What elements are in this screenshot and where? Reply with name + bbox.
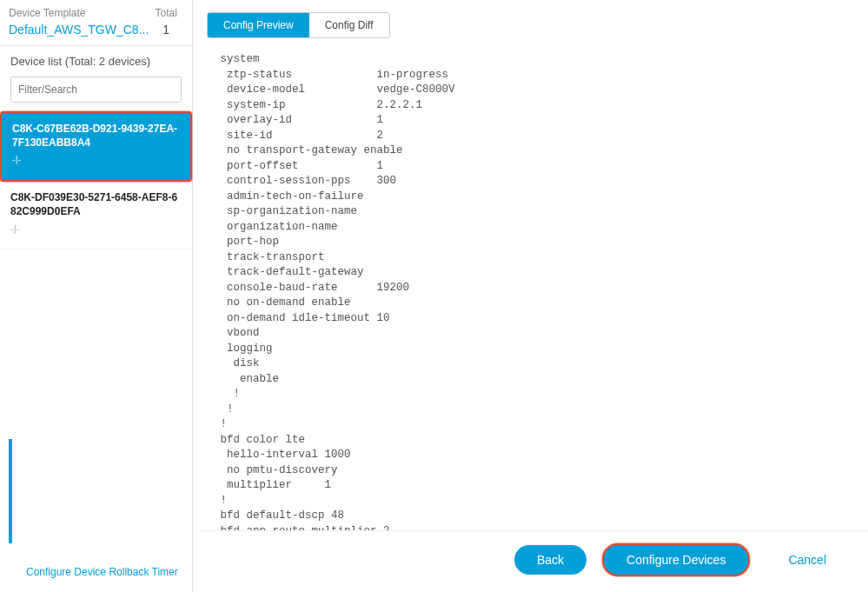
tab-config-preview[interactable]: Config Preview [208, 13, 309, 37]
device-item-0[interactable]: C8K-C67BE62B-D921-9439-27EA-7F130EABB8A4… [0, 111, 192, 182]
sidebar: Device Template Default_AWS_TGW_C8... To… [0, 0, 193, 592]
app-container: Device Template Default_AWS_TGW_C8... To… [0, 0, 868, 592]
main-panel: Config Preview Config Diff system ztp-st… [193, 0, 868, 592]
sidebar-bottom: Configure Device Rollback Timer [0, 566, 192, 578]
device-id: C8K-C67BE62B-D921-9439-27EA-7F130EABB8A4 [12, 122, 180, 150]
search-input[interactable] [10, 76, 182, 103]
device-sub: -|- [10, 223, 182, 236]
cancel-button[interactable]: Cancel [765, 545, 849, 575]
configure-devices-button[interactable]: Configure Devices [602, 543, 750, 576]
config-text: system ztp-status in-progress device-mod… [202, 47, 868, 592]
device-template-label: Device Template [9, 5, 149, 21]
device-item-1[interactable]: C8K-DF039E30-5271-6458-AEF8-682C999D0EFA… [0, 182, 192, 249]
sidebar-header: Device Template Default_AWS_TGW_C8... To… [0, 0, 192, 46]
total-count: 1 [149, 21, 183, 38]
sidebar-header-right: Total 1 [149, 5, 183, 38]
tabs: Config Preview Config Diff [207, 12, 390, 38]
total-label: Total [149, 5, 183, 21]
accent-bar [9, 439, 12, 543]
device-id: C8K-DF039E30-5271-6458-AEF8-682C999D0EFA [10, 190, 182, 218]
device-list-header: Device list (Total: 2 devices) [0, 46, 192, 73]
search-wrap [0, 73, 192, 111]
footer: Back Configure Devices Cancel [202, 530, 868, 592]
device-sub: -|- [12, 153, 180, 166]
device-template-name[interactable]: Default_AWS_TGW_C8... [9, 21, 149, 38]
rollback-timer-link[interactable]: Configure Device Rollback Timer [0, 566, 178, 578]
sidebar-header-left: Device Template Default_AWS_TGW_C8... [9, 5, 149, 38]
back-button[interactable]: Back [514, 545, 586, 575]
tab-config-diff[interactable]: Config Diff [309, 13, 389, 37]
